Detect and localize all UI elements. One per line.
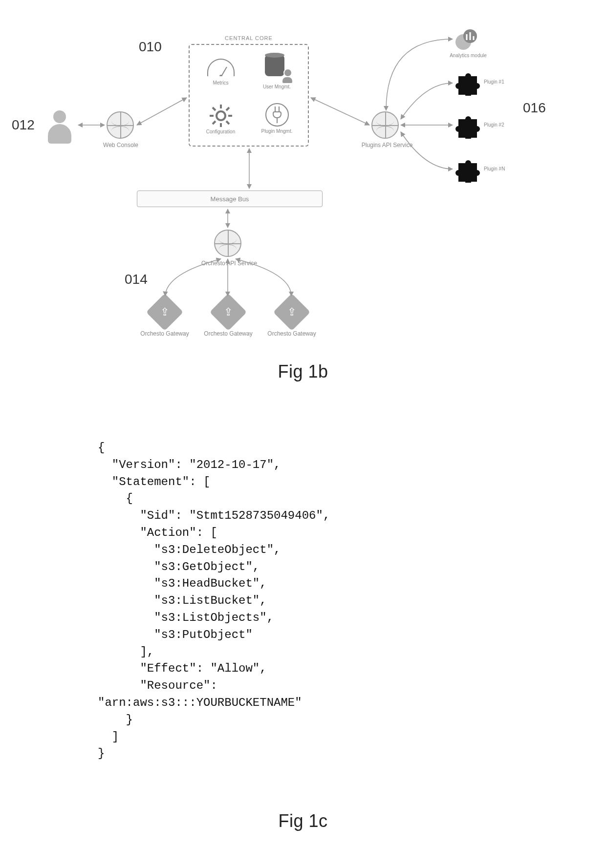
user-icon — [45, 110, 74, 145]
web-console-label: Web Console — [99, 142, 143, 148]
message-bus-label: Message Bus — [211, 195, 249, 203]
svg-line-4 — [137, 98, 187, 125]
plugins-api-icon — [371, 111, 399, 139]
central-core-title: CENTRAL CORE — [190, 35, 308, 41]
central-core-box: CENTRAL CORE Metrics User Mngmt. Configu… — [189, 44, 309, 147]
ref-012: 012 — [12, 117, 35, 133]
analytics-icon — [454, 27, 479, 52]
plugin-mgmt-label: Plugin Mngmt. — [261, 128, 293, 134]
plugin-1-icon — [454, 69, 481, 96]
database-user-icon — [265, 55, 289, 81]
gateway-1: ⇪ — [152, 299, 178, 325]
metrics-module: Metrics — [194, 50, 248, 94]
plugin-2-label: Plugin #2 — [484, 122, 518, 127]
gateway-1-label: Orchesto Gateway — [138, 330, 192, 337]
ref-010: 010 — [139, 39, 162, 55]
ref-016: 016 — [523, 100, 546, 116]
gear-icon — [208, 103, 234, 129]
plugin-n-label: Plugin #N — [484, 166, 518, 171]
svg-line-5 — [311, 98, 369, 125]
plugin-mgmt-module: Plugin Mngmt. — [250, 96, 304, 141]
plugin-2-icon — [454, 112, 481, 139]
svg-point-0 — [216, 111, 225, 120]
message-bus: Message Bus — [137, 191, 323, 207]
gateway-2-label: Orchesto Gateway — [201, 330, 255, 337]
plugin-1-label: Plugin #1 — [484, 79, 518, 85]
user-mgmt-label: User Mngmt. — [263, 84, 291, 89]
speedometer-icon — [207, 59, 235, 76]
plugins-api-label: Plugins API Service — [358, 142, 416, 148]
plug-icon — [265, 103, 289, 127]
ref-014: 014 — [125, 272, 148, 287]
figure-1c-caption: Fig 1c — [0, 811, 606, 831]
policy-json-code: { "Version": "2012-10-17", "Statement": … — [98, 440, 330, 762]
api-service-icon — [214, 230, 241, 257]
gateway-3: ⇪ — [279, 299, 305, 325]
figure-1b-caption: Fig 1b — [0, 361, 606, 382]
web-console-icon — [107, 111, 134, 139]
configuration-label: Configuration — [206, 129, 235, 134]
metrics-label: Metrics — [213, 80, 228, 85]
user-mgmt-module: User Mngmt. — [250, 50, 304, 94]
analytics-label: Analytics module — [444, 53, 493, 58]
gateway-2: ⇪ — [215, 299, 241, 325]
configuration-module: Configuration — [194, 96, 248, 141]
api-service-label: Orchesto API Service — [197, 260, 261, 267]
plugin-n-icon — [454, 156, 481, 183]
gateway-3-label: Orchesto Gateway — [265, 330, 319, 337]
